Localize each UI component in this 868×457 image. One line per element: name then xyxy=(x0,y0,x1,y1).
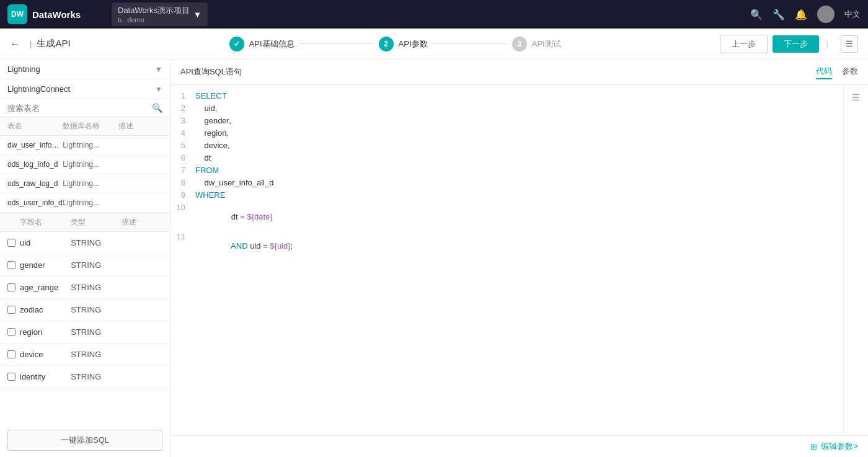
field-row: zodiac STRING xyxy=(0,299,170,321)
table-row[interactable]: ods_raw_log_d Lightning... xyxy=(0,174,170,193)
notifications-icon[interactable]: 🔔 xyxy=(795,8,807,20)
code-line-1: 1 SELECT xyxy=(170,90,843,102)
fields-section: 字段名 类型 描述 uid STRING gender STRING xyxy=(0,213,170,457)
field-name-uid: uid xyxy=(20,238,71,247)
project-selector[interactable]: DataWorks演示项目 b...demo ▼ xyxy=(112,2,208,26)
back-button[interactable]: ← xyxy=(10,38,20,50)
code-content: gender, xyxy=(195,115,843,125)
prev-button[interactable]: 上一步 xyxy=(720,35,768,53)
field-checkbox-uid[interactable] xyxy=(7,239,16,247)
step-actions: 上一步 下一步 | ☰ xyxy=(720,35,858,53)
line-num: 3 xyxy=(170,115,195,125)
table-row[interactable]: dw_user_info_a... Lightning... xyxy=(0,136,170,155)
search-icon[interactable]: 🔍 xyxy=(750,8,763,20)
line-num: 1 xyxy=(170,90,195,100)
step-2-label: API参数 xyxy=(399,38,428,50)
code-line-9: 9 WHERE xyxy=(170,189,843,202)
field-desc-header: 描述 xyxy=(122,217,162,228)
search-icon: 🔍 xyxy=(152,103,162,113)
step-2-circle: 2 xyxy=(379,37,394,51)
table-row[interactable]: ods_log_info_d Lightning... xyxy=(0,155,170,174)
table-row[interactable]: ods_user_info_d Lightning... xyxy=(0,193,170,213)
add-sql-button[interactable]: 一键添加SQL xyxy=(7,430,162,451)
step-2: 2 API参数 xyxy=(379,37,428,51)
settings-icon[interactable]: 🔧 xyxy=(773,8,785,20)
logo-icon: DW xyxy=(7,4,27,24)
field-checkbox-zodiac[interactable] xyxy=(7,306,16,314)
content-tabs: 代码 参数 xyxy=(816,64,858,79)
table-icon: ⊞ xyxy=(810,442,817,451)
table-database: Lightning... xyxy=(63,160,118,169)
line-num: 2 xyxy=(170,102,195,113)
fields-header: 字段名 类型 描述 xyxy=(0,213,170,232)
tab-code[interactable]: 代码 xyxy=(816,64,832,79)
nav-icons: 🔍 🔧 🔔 中文 xyxy=(750,6,861,23)
field-type-age_range: STRING xyxy=(71,283,122,292)
field-type-zodiac: STRING xyxy=(71,305,122,314)
language-selector[interactable]: 中文 xyxy=(844,9,861,20)
avatar[interactable] xyxy=(817,6,835,23)
code-content: dw_user_info_all_d xyxy=(195,177,843,187)
line-num: 7 xyxy=(170,164,195,175)
layout-icon[interactable]: ☰ xyxy=(841,35,858,53)
field-name-gender: gender xyxy=(20,260,71,270)
line-num: 8 xyxy=(170,177,195,187)
chevron-down-icon-2: ▼ xyxy=(155,85,162,94)
logo-area: DW DataWorks xyxy=(7,4,107,24)
field-checkbox-region[interactable] xyxy=(7,328,16,336)
field-name-header: 字段名 xyxy=(20,217,71,228)
step-3-label: API测试 xyxy=(532,38,561,50)
field-row: age_range STRING xyxy=(0,277,170,299)
code-editor[interactable]: 1 SELECT 2 uid, 3 gender, 4 region, xyxy=(170,85,843,435)
separator-line: | xyxy=(826,39,828,48)
table-header-database: 数据库名称 xyxy=(63,121,118,131)
field-checkbox-device[interactable] xyxy=(7,350,16,358)
tab-params[interactable]: 参数 xyxy=(842,64,858,79)
code-content: device, xyxy=(195,140,843,150)
search-input[interactable] xyxy=(7,104,148,113)
code-line-10: 10 dt = ${date} xyxy=(170,202,843,231)
line-num: 11 xyxy=(170,231,195,241)
datasource-dropdown[interactable]: Lightning ▼ xyxy=(0,60,170,79)
field-type-device: STRING xyxy=(71,350,122,359)
table-database: Lightning... xyxy=(63,198,118,207)
step-3: 3 API测试 xyxy=(512,37,561,51)
field-checkbox-gender[interactable] xyxy=(7,261,16,269)
step-line-2 xyxy=(433,43,507,44)
separator: | xyxy=(30,39,32,48)
step-line-1 xyxy=(299,43,374,44)
field-name-identity: identity xyxy=(20,372,71,381)
field-row: device STRING xyxy=(0,344,170,366)
table-name: dw_user_info_a... xyxy=(7,141,63,149)
code-line-5: 5 device, xyxy=(170,140,843,152)
edit-params-link[interactable]: 编辑参数> xyxy=(821,441,858,452)
step-1-circle: ✓ xyxy=(229,37,244,51)
main-layout: Lightning ▼ LightningConnect ▼ 🔍 表名 数据库名… xyxy=(0,60,868,457)
project-sub: b...demo xyxy=(118,16,190,24)
code-content: region, xyxy=(195,127,843,138)
connection-dropdown[interactable]: LightningConnect ▼ xyxy=(0,79,170,99)
code-line-7: 7 FROM xyxy=(170,164,843,177)
format-icon[interactable]: ☰ xyxy=(849,90,864,105)
line-num: 10 xyxy=(170,202,195,212)
code-content: AND uid = ${uid}; xyxy=(195,231,843,260)
field-checkbox-identity[interactable] xyxy=(7,373,16,381)
chevron-down-icon: ▼ xyxy=(193,10,202,19)
code-line-6: 6 dt xyxy=(170,152,843,164)
code-content: SELECT xyxy=(195,90,843,100)
field-row: region STRING xyxy=(0,321,170,344)
editor-wrapper: 1 SELECT 2 uid, 3 gender, 4 region, xyxy=(170,85,868,435)
code-line-11: 11 AND uid = ${uid}; xyxy=(170,231,843,260)
chevron-down-icon: ▼ xyxy=(155,65,162,74)
table-search: 🔍 xyxy=(0,99,170,117)
field-checkbox-age_range[interactable] xyxy=(7,283,16,291)
page-title: 生成API xyxy=(37,38,70,50)
table-header-name: 表名 xyxy=(7,121,63,131)
table-header-description: 描述 xyxy=(118,121,162,131)
next-button[interactable]: 下一步 xyxy=(773,35,819,53)
sidebar: Lightning ▼ LightningConnect ▼ 🔍 表名 数据库名… xyxy=(0,60,170,457)
table-name: ods_user_info_d xyxy=(7,198,63,207)
field-name-device: device xyxy=(20,350,71,359)
table-name: ods_raw_log_d xyxy=(7,179,63,188)
code-line-4: 4 region, xyxy=(170,127,843,140)
